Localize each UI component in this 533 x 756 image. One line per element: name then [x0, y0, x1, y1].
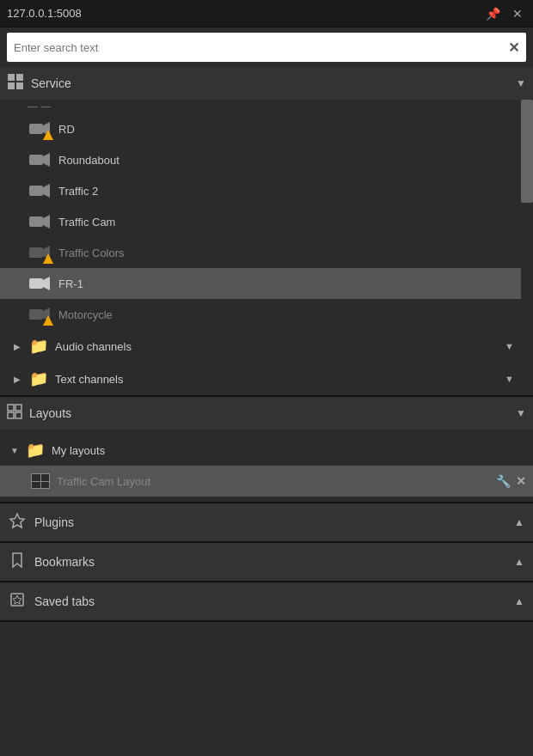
- folder-icon-mylayouts: 📁: [26, 441, 45, 460]
- svg-rect-19: [15, 405, 21, 411]
- svg-rect-21: [15, 412, 21, 418]
- bookmarks-chevron-icon: ▲: [514, 556, 524, 568]
- layouts-section: Layouts ▼ ▼ 📁 My layouts Traffic Cam Lay…: [0, 397, 533, 503]
- savedtabs-section: Saved tabs ▲: [0, 582, 533, 622]
- plugins-header[interactable]: Plugins ▲: [0, 503, 533, 541]
- svg-rect-18: [8, 405, 14, 411]
- service-scrollbar[interactable]: [521, 100, 533, 395]
- tree-item-fr1[interactable]: FR-1: [0, 268, 521, 299]
- svg-rect-8: [29, 186, 43, 196]
- tree-item-traffic2[interactable]: Traffic 2: [0, 175, 521, 206]
- title-bar: 127.0.0.1:5008 📌 ✕: [0, 0, 533, 27]
- layout-actions: 🔧 ✕: [496, 474, 526, 488]
- camera-icon-rd: [28, 119, 52, 138]
- folder-mylayouts[interactable]: ▼ 📁 My layouts: [0, 435, 533, 466]
- folder-menu-text[interactable]: ▼: [505, 374, 514, 384]
- close-button[interactable]: ✕: [509, 5, 526, 22]
- separator: — —: [0, 100, 521, 113]
- folder-icon-text: 📁: [29, 369, 48, 388]
- svg-marker-7: [43, 153, 50, 167]
- folder-label-audio: Audio channels: [55, 340, 501, 353]
- camera-icon-fr1: [28, 274, 52, 293]
- svg-rect-16: [29, 309, 43, 320]
- svg-rect-12: [29, 247, 43, 258]
- layouts-chevron-icon: ▼: [516, 407, 526, 419]
- svg-marker-15: [43, 277, 50, 290]
- search-input[interactable]: [7, 41, 501, 54]
- folder-text[interactable]: ▶ 📁 Text channels ▼: [0, 363, 521, 395]
- plugins-section: Plugins ▲: [0, 503, 533, 543]
- service-header[interactable]: Service ▼: [0, 67, 533, 100]
- service-label: Service: [31, 76, 516, 90]
- savedtabs-icon: [9, 591, 26, 613]
- svg-marker-9: [43, 184, 50, 198]
- bookmarks-icon: [9, 552, 26, 573]
- tree-item-label-motorcycle: Motorcycle: [58, 308, 113, 321]
- search-bar: ✕: [7, 33, 526, 62]
- service-tree: — — RD: [0, 100, 533, 395]
- layouts-tree: ▼ 📁 My layouts Traffic Cam Layout 🔧 ✕: [0, 430, 533, 502]
- svg-marker-11: [43, 215, 50, 229]
- layouts-grid-icon: [7, 404, 22, 423]
- layout-wrench-icon[interactable]: 🔧: [496, 474, 511, 488]
- layouts-header[interactable]: Layouts ▼: [0, 397, 533, 430]
- bookmarks-label: Bookmarks: [34, 555, 514, 569]
- tree-item-trafficcam[interactable]: Traffic Cam: [0, 206, 521, 237]
- pin-button[interactable]: 📌: [482, 5, 504, 22]
- folder-label-mylayouts: My layouts: [52, 444, 526, 457]
- tree-item-label-fr1: FR-1: [58, 277, 83, 290]
- service-scrollbar-thumb[interactable]: [521, 100, 533, 203]
- svg-rect-20: [8, 412, 14, 418]
- plugins-chevron-icon: ▲: [514, 516, 524, 528]
- expand-arrow-audio: ▶: [14, 342, 24, 351]
- service-chevron-icon: ▼: [516, 77, 526, 89]
- camera-icon-motorcycle: [28, 305, 52, 324]
- layout-label-trafficcam: Traffic Cam Layout: [57, 475, 496, 488]
- svg-rect-10: [29, 216, 43, 227]
- title-bar-buttons: 📌 ✕: [482, 5, 526, 22]
- svg-marker-24: [13, 595, 21, 604]
- layout-item-trafficcam[interactable]: Traffic Cam Layout 🔧 ✕: [0, 466, 533, 497]
- tree-item-label-rd: RD: [58, 123, 75, 136]
- savedtabs-label: Saved tabs: [34, 594, 514, 608]
- camera-icon-trafficcam: [28, 212, 52, 231]
- svg-marker-22: [10, 514, 24, 527]
- folder-audio[interactable]: ▶ 📁 Audio channels ▼: [0, 330, 521, 363]
- tree-item-motorcycle[interactable]: Motorcycle: [0, 299, 521, 330]
- svg-rect-1: [16, 74, 23, 81]
- tree-content: — — RD: [0, 100, 521, 395]
- search-clear-button[interactable]: ✕: [501, 40, 526, 56]
- tree-item-trafficcolors[interactable]: Traffic Colors: [0, 237, 521, 268]
- tree-item-label-trafficcam: Traffic Cam: [58, 216, 115, 229]
- service-section: Service ▼ — — RD: [0, 67, 533, 397]
- title-bar-title: 127.0.0.1:5008: [7, 7, 82, 20]
- plugins-label: Plugins: [34, 515, 514, 529]
- tree-item-roundabout[interactable]: Roundabout: [0, 144, 521, 175]
- svg-rect-14: [29, 278, 43, 289]
- bookmarks-section: Bookmarks ▲: [0, 543, 533, 582]
- svg-rect-0: [8, 74, 15, 81]
- tree-item-label-roundabout: Roundabout: [58, 154, 119, 167]
- bookmarks-header[interactable]: Bookmarks ▲: [0, 543, 533, 581]
- camera-icon-trafficcolors: [28, 243, 52, 262]
- tree-item-label-trafficcolors: Traffic Colors: [58, 247, 125, 259]
- camera-icon-roundabout: [28, 150, 52, 169]
- savedtabs-chevron-icon: ▲: [514, 595, 524, 607]
- expand-arrow-text: ▶: [14, 375, 24, 384]
- svg-rect-2: [8, 82, 15, 89]
- plugins-icon: [9, 512, 26, 533]
- service-grid-icon: [7, 73, 24, 94]
- svg-rect-6: [29, 155, 43, 165]
- tree-item-label-traffic2: Traffic 2: [58, 185, 98, 198]
- svg-rect-3: [16, 82, 23, 89]
- layouts-label: Layouts: [29, 406, 516, 420]
- savedtabs-header[interactable]: Saved tabs ▲: [0, 582, 533, 620]
- svg-rect-4: [29, 124, 43, 134]
- folder-label-text: Text channels: [55, 373, 501, 386]
- layout-icon-trafficcam: [31, 473, 50, 489]
- expand-arrow-mylayouts: ▼: [10, 446, 21, 455]
- tree-item-rd[interactable]: RD: [0, 113, 521, 144]
- layout-close-button[interactable]: ✕: [516, 474, 526, 488]
- camera-icon-traffic2: [28, 181, 52, 200]
- folder-menu-audio[interactable]: ▼: [505, 341, 514, 351]
